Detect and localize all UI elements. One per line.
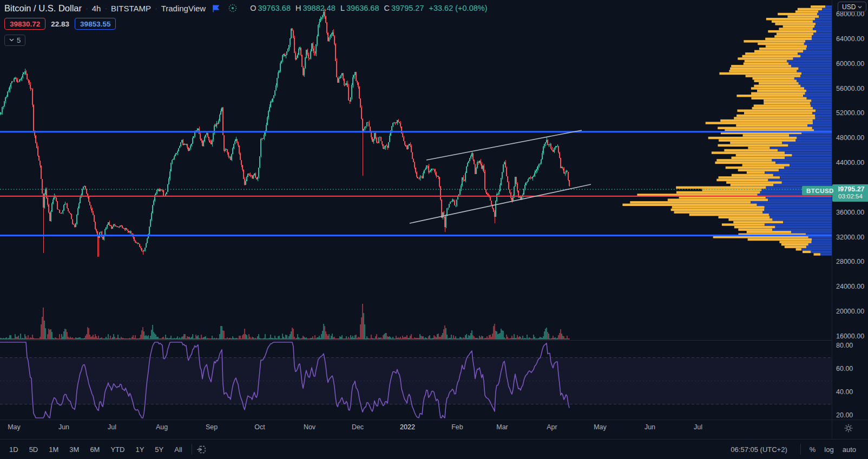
close-label: C — [384, 4, 390, 12]
range-button-1d[interactable]: 1D — [4, 444, 23, 455]
toolbar-divider — [800, 444, 801, 455]
price-tick: 28000.00 — [836, 258, 864, 265]
axis-corner-divider — [832, 420, 832, 440]
range-button-5d[interactable]: 5D — [24, 444, 43, 455]
symbol-header-row: Bitcoin / U.S. Dollar · 4h · BITSTAMP · … — [4, 2, 488, 14]
time-axis-label: Mar — [490, 423, 514, 431]
percent-scale-button[interactable]: % — [805, 444, 820, 455]
chevron-down-icon — [9, 38, 14, 42]
rsi-tick: 40.00 — [836, 388, 853, 396]
chart-legend: Bitcoin / U.S. Dollar · 4h · BITSTAMP · … — [4, 2, 488, 46]
time-axis-label: Jun — [52, 423, 76, 431]
session-clock[interactable]: 06:57:05 (UTC+2) — [731, 445, 787, 454]
price-tick: 52000.00 — [836, 109, 864, 117]
time-axis-label: Jun — [638, 423, 662, 431]
symbol-name[interactable]: Bitcoin / U.S. Dollar — [4, 3, 82, 14]
symbol-price-tag: BTCUSD — [802, 186, 838, 195]
gear-icon[interactable] — [843, 423, 854, 434]
log-scale-button[interactable]: log — [820, 444, 838, 455]
red-level-label[interactable]: 39830.72 — [4, 18, 45, 30]
time-axis-label: Dec — [346, 423, 370, 431]
interval-button[interactable]: 4h — [92, 4, 101, 13]
time-axis-label: Sep — [200, 423, 223, 431]
currency-label: USD — [842, 3, 856, 11]
price-tick: 32000.00 — [836, 234, 864, 241]
price-tick: 48000.00 — [836, 134, 864, 142]
time-axis-label: Jul — [100, 423, 124, 431]
range-button-1y[interactable]: 1Y — [130, 444, 149, 455]
open-value: 39763.68 — [258, 4, 290, 12]
high-label: H — [295, 4, 301, 12]
date-range-buttons: 1D5D1M3M6MYTD1Y5YAll — [0, 444, 187, 455]
price-tick: 36000.00 — [836, 209, 864, 216]
go-to-date-icon[interactable] — [196, 444, 207, 455]
tradingview-chart-window: USD 68000.0064000.0060000.0056000.005200… — [0, 0, 868, 459]
open-label: O — [250, 4, 256, 12]
time-axis-label: May — [2, 423, 26, 431]
bitstamp-logo — [228, 3, 238, 13]
range-button-ytd[interactable]: YTD — [106, 444, 129, 455]
collapsed-legend-row: 5 — [4, 34, 488, 46]
time-axis-label: 2022 — [396, 423, 419, 431]
time-axis-label: Feb — [445, 423, 469, 431]
exchange-name[interactable]: BITSTAMP — [111, 4, 151, 13]
rsi-tick: 80.00 — [836, 342, 853, 349]
platform-name[interactable]: TradingView — [161, 4, 206, 13]
low-label: L — [340, 4, 345, 12]
time-axis-label: Apr — [540, 423, 564, 431]
time-axis-label: Jul — [686, 423, 710, 431]
time-axis-label: Nov — [298, 423, 321, 431]
ohlc-readout: O39763.68 H39882.48 L39636.68 C39795.27 … — [250, 4, 487, 12]
currency-dropdown[interactable]: USD — [838, 2, 866, 12]
bottom-toolbar: 1D5D1M3M6MYTD1Y5YAll 06:57:05 (UTC+2) % … — [0, 439, 868, 459]
range-button-1m[interactable]: 1M — [44, 444, 63, 455]
price-tick: 56000.00 — [836, 85, 864, 92]
toolbar-right-group: 06:57:05 (UTC+2) % log auto — [731, 444, 868, 455]
price-tick: 44000.00 — [836, 159, 864, 167]
range-button-all[interactable]: All — [169, 444, 187, 455]
high-value: 39882.48 — [303, 4, 335, 12]
time-axis[interactable]: MayJunJulAugSepOctNovDec2022FebMarAprMay… — [0, 420, 868, 439]
range-button-3m[interactable]: 3M — [64, 444, 84, 455]
toolbar-divider — [192, 444, 192, 455]
chevron-down-icon — [858, 5, 862, 9]
price-axis[interactable]: USD 68000.0064000.0060000.0056000.005200… — [832, 0, 868, 420]
price-tick: 64000.00 — [836, 35, 864, 43]
rsi-tick: 60.00 — [836, 365, 853, 372]
spread-value: 22.83 — [51, 20, 69, 28]
separator-dot: · — [86, 4, 88, 12]
time-axis-label: May — [588, 423, 612, 431]
separator-dot: · — [104, 4, 107, 12]
legend-collapse-button[interactable]: 5 — [4, 35, 25, 46]
price-tick: 16000.00 — [836, 332, 864, 340]
low-value: 39636.68 — [346, 4, 379, 12]
separator-dot: · — [155, 4, 157, 12]
price-tick: 24000.00 — [836, 283, 864, 290]
hidden-indicator-count: 5 — [17, 36, 21, 44]
range-button-5y[interactable]: 5Y — [150, 444, 168, 455]
rsi-tick: 20.00 — [836, 411, 853, 419]
flag-icon[interactable] — [212, 4, 221, 13]
auto-scale-button[interactable]: auto — [838, 444, 860, 455]
price-tick: 60000.00 — [836, 60, 864, 68]
change-value: +33.62 (+0.08%) — [429, 4, 487, 12]
range-button-6m[interactable]: 6M — [85, 444, 104, 455]
blue-level-label[interactable]: 39853.55 — [75, 18, 116, 30]
price-tick: 20000.00 — [836, 308, 864, 315]
close-value: 39795.27 — [391, 4, 424, 12]
time-axis-label: Oct — [248, 423, 272, 431]
time-axis-label: Aug — [150, 423, 174, 431]
chart-canvas[interactable] — [0, 0, 832, 420]
level-labels-row: 39830.72 22.83 39853.55 — [4, 18, 488, 30]
